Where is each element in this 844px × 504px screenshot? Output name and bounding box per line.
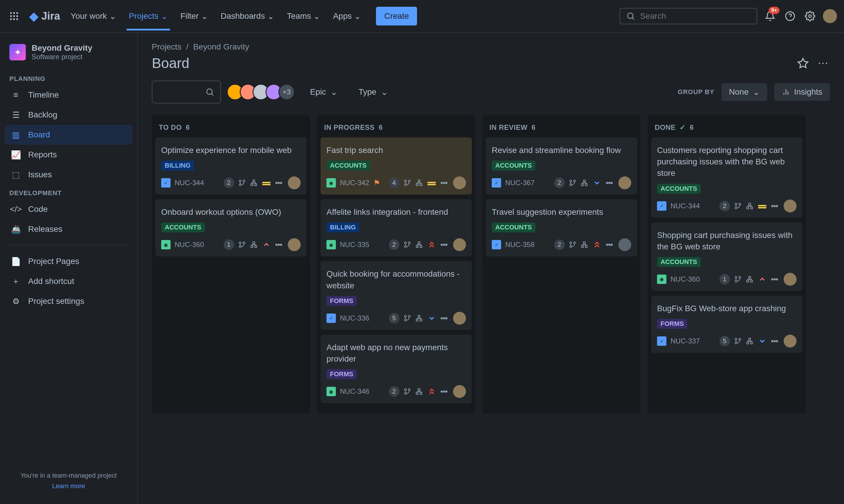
assignee-avatar[interactable] [618,238,631,251]
svg-point-72 [735,207,737,209]
card-footer: ◉ NUC-360 1 ••• [657,273,796,286]
more-icon[interactable]: ••• [441,178,447,187]
issue-card[interactable]: Travel suggestion experiments ACCOUNTS ✓… [486,199,637,256]
create-button[interactable]: Create [376,7,417,25]
learn-more-link[interactable]: Learn more [11,482,127,490]
sidebar-item-board[interactable]: ▥Board [5,125,132,145]
more-icon[interactable]: ••• [771,274,778,284]
star-button[interactable] [796,56,810,70]
assignee-avatar[interactable] [453,385,466,398]
avatar-stack[interactable]: +3 [230,84,295,100]
assignee-avatar[interactable] [453,176,466,189]
sidebar-item-issues[interactable]: ⬚Issues [5,165,132,185]
issue-key[interactable]: NUC-346 [340,388,369,396]
assignee-avatar[interactable] [453,312,466,325]
issue-key[interactable]: NUC-337 [670,337,700,345]
more-icon[interactable]: ••• [441,240,447,249]
assignee-avatar[interactable] [618,176,631,189]
more-icon[interactable]: ••• [606,178,612,187]
issue-key[interactable]: NUC-342 [340,179,369,187]
nav-your-work[interactable]: Your work⌄ [68,7,118,26]
more-button[interactable]: ⋯ [816,56,830,70]
issue-key[interactable]: NUC-367 [505,179,535,187]
issue-key[interactable]: NUC-336 [340,314,369,322]
assignee-avatar[interactable] [288,176,301,189]
assignee-avatar[interactable] [288,238,301,251]
help-button[interactable] [783,9,797,23]
issue-card[interactable]: Fast trip search ACCOUNTS ◉ NUC-342 ⚑ 4 … [321,138,472,195]
issue-card[interactable]: Revise and streamline booking flow ACCOU… [486,138,637,195]
column-header[interactable]: TO DO6 [155,121,307,138]
assignee-avatar[interactable] [784,273,796,286]
story-icon: ◉ [161,240,170,249]
nav-teams[interactable]: Teams⌄ [285,7,322,26]
assignee-avatar[interactable] [784,335,796,347]
group-by-select[interactable]: None⌄ [721,83,767,101]
issue-card[interactable]: Onboard workout options (OWO) ACCOUNTS ◉… [155,199,307,256]
filter-epic[interactable]: Epic⌄ [304,83,343,102]
settings-button[interactable] [803,9,817,23]
filter-type[interactable]: Type⌄ [353,83,394,102]
app-switcher-icon[interactable] [7,9,21,23]
insights-button[interactable]: Insights [774,83,830,101]
sidebar-item-project-settings[interactable]: ⚙Project settings [5,291,132,311]
assignee-avatar[interactable] [453,238,466,251]
issue-card[interactable]: Affelite links integration - frontend BI… [321,199,472,256]
sidebar-item-releases[interactable]: 🚢Releases [5,219,132,239]
svg-rect-31 [251,246,253,248]
more-icon[interactable]: ••• [771,201,778,211]
issue-key[interactable]: NUC-358 [505,240,535,249]
more-icon[interactable]: ••• [275,240,282,249]
more-icon[interactable]: ••• [606,240,612,249]
svg-rect-45 [416,246,418,248]
sidebar-item-timeline[interactable]: ≡Timeline [5,85,132,105]
sidebar-item-reports[interactable]: 📈Reports [5,145,132,165]
project-header[interactable]: ✦ Beyond Gravity Software project [5,41,132,70]
issue-card[interactable]: Customers reporting shopping cart purcha… [651,138,802,218]
nav-projects[interactable]: Projects⌄ [127,2,170,31]
breadcrumb-projects[interactable]: Projects [152,42,181,52]
issue-key[interactable]: NUC-360 [670,275,700,283]
column-name: IN REVIEW [489,123,527,131]
avatar-overflow[interactable]: +3 [279,84,295,100]
priority-icon [757,274,767,284]
more-icon[interactable]: ••• [275,178,282,187]
issue-key[interactable]: NUC-360 [175,240,204,249]
sidebar-item-project-pages[interactable]: 📄Project Pages [5,251,132,271]
issue-card[interactable]: Adapt web app no new payments provider F… [321,335,472,403]
branch-icon [734,337,742,345]
issue-key[interactable]: NUC-344 [670,202,700,210]
notifications-button[interactable]: 9+ [763,9,777,23]
search-box[interactable] [619,8,757,24]
sidebar-item-code[interactable]: </>Code [5,199,132,219]
breadcrumb-project[interactable]: Beyond Gravity [193,42,249,52]
svg-point-61 [574,180,576,182]
more-icon[interactable]: ••• [441,387,447,396]
issue-card[interactable]: Optimize experience for mobile web BILLI… [155,138,307,195]
more-icon[interactable]: ••• [771,336,778,346]
column-header[interactable]: IN PROGRESS6 [321,121,472,138]
assignee-avatar[interactable] [784,200,796,213]
search-input[interactable] [640,12,751,21]
issue-key[interactable]: NUC-344 [175,179,204,187]
issue-card[interactable]: Quick booking for accommodations - websi… [321,261,472,330]
sidebar-item-add-shortcut[interactable]: ＋Add shortcut [5,271,132,291]
profile-avatar[interactable] [823,9,837,23]
board-search[interactable] [152,80,221,104]
sidebar-item-backlog[interactable]: ☰Backlog [5,105,132,125]
nav-filter[interactable]: Filter⌄ [178,7,210,26]
nav-apps[interactable]: Apps⌄ [330,7,363,26]
svg-line-10 [632,18,634,20]
more-icon[interactable]: ••• [441,313,447,323]
jira-logo[interactable]: ◆ Jira [29,10,60,23]
issue-card[interactable]: Shopping cart purchasing issues with the… [651,222,802,291]
topbar-left: ◆ Jira Your work⌄ Projects⌄ Filter⌄ Dash… [7,2,417,31]
card-title: Customers reporting shopping cart purcha… [657,144,796,179]
column-header[interactable]: DONE✓6 [651,121,802,138]
issue-key[interactable]: NUC-335 [340,240,369,249]
issue-card[interactable]: BugFix BG Web-store app crashing FORMS ✓… [651,296,802,353]
column-header[interactable]: IN REVIEW6 [486,121,637,138]
svg-point-55 [408,389,410,391]
nav-dashboards[interactable]: Dashboards⌄ [218,7,276,26]
card-title: Travel suggestion experiments [492,206,631,218]
